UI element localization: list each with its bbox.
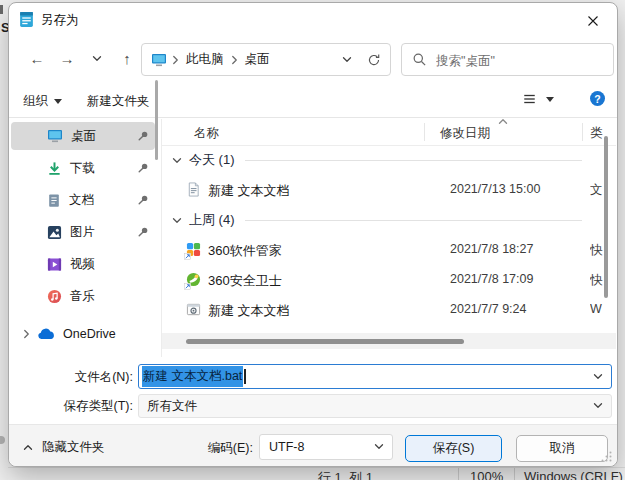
search-box bbox=[401, 43, 614, 76]
forward-button[interactable]: → bbox=[52, 50, 82, 67]
file-date: 2021/7/7 9:24 bbox=[450, 302, 526, 316]
sidebar-scrollbar[interactable] bbox=[155, 80, 158, 160]
chevron-up-icon bbox=[23, 444, 33, 451]
file-list-area: 名称 修改日期 类 今天 (1)新建 文本文档2021/7/13 15:00文上… bbox=[161, 119, 616, 357]
toolbar: 组织 新建文件夹 ? bbox=[9, 85, 617, 118]
chevron-right-icon[interactable] bbox=[19, 329, 33, 339]
batch-icon bbox=[186, 302, 201, 317]
chevron-down-icon bbox=[172, 157, 182, 164]
horizontal-scrollbar-thumb[interactable] bbox=[186, 339, 464, 344]
file-group-header[interactable]: 今天 (1) bbox=[162, 145, 616, 175]
file-group-header[interactable]: 上周 (4) bbox=[162, 205, 616, 235]
caret-down-icon bbox=[54, 99, 62, 104]
file-name: 360软件管家 bbox=[208, 242, 282, 260]
horizontal-scrollbar-track bbox=[162, 333, 616, 349]
up-button[interactable]: ↑ bbox=[112, 50, 142, 67]
close-button[interactable] bbox=[577, 9, 609, 32]
filename-input[interactable]: 新建 文本文档.bat bbox=[138, 364, 612, 389]
search-input[interactable] bbox=[434, 44, 608, 77]
caret-down-icon bbox=[546, 97, 554, 102]
back-button[interactable]: ← bbox=[22, 50, 52, 67]
videos-icon bbox=[47, 257, 62, 272]
group-rule bbox=[245, 220, 583, 221]
notepad-status-bar: 行 1, 列 1100%Windows (CRLF) bbox=[8, 467, 625, 480]
group-label: 上周 (4) bbox=[189, 211, 235, 229]
nav-buttons: ← → ↑ bbox=[22, 50, 142, 67]
hide-folders-button[interactable]: 隐藏文件夹 bbox=[23, 439, 105, 456]
notepad-icon bbox=[18, 11, 35, 28]
encoding-label: 编码(E): bbox=[129, 440, 253, 457]
file-type: W bbox=[590, 302, 607, 316]
sidebar-item-label: 视频 bbox=[70, 256, 95, 273]
savetype-dropdown[interactable]: 所有文件 bbox=[138, 394, 612, 418]
cancel-button[interactable]: 取消 bbox=[516, 435, 608, 462]
list-view-icon bbox=[522, 92, 537, 106]
file-date: 2021/7/13 15:00 bbox=[450, 182, 540, 196]
sort-ascending-icon bbox=[498, 119, 508, 125]
refresh-icon[interactable] bbox=[367, 53, 381, 67]
view-options-button[interactable] bbox=[522, 92, 554, 106]
sidebar-item-label: 下载 bbox=[70, 160, 95, 177]
sidebar-item-videos[interactable]: 视频 bbox=[11, 250, 155, 278]
vertical-scrollbar[interactable] bbox=[604, 136, 608, 298]
downloads-icon bbox=[47, 161, 62, 176]
pin-icon[interactable] bbox=[137, 194, 149, 206]
organize-button[interactable]: 组织 bbox=[23, 93, 62, 110]
address-bar[interactable]: 此电脑桌面 bbox=[141, 43, 391, 76]
textdoc-icon bbox=[186, 182, 201, 197]
documents-icon bbox=[47, 193, 61, 208]
encoding-dropdown[interactable]: UTF-8 bbox=[259, 434, 393, 460]
dialog-footer: 隐藏文件夹 编码(E): UTF-8 保存(S) 取消 bbox=[9, 424, 617, 466]
chevron-down-icon[interactable] bbox=[593, 373, 603, 380]
file-row[interactable]: 新建 文本文档2021/7/13 15:00文 bbox=[162, 175, 616, 205]
filename-label: 文件名(N): bbox=[9, 369, 133, 386]
recent-locations-button[interactable] bbox=[82, 55, 112, 62]
filename-selected-text: 新建 文本文档.bat bbox=[142, 366, 243, 387]
file-row[interactable]: 360软件管家2021/7/8 18:27快 bbox=[162, 235, 616, 265]
sidebar-item-downloads[interactable]: 下载 bbox=[11, 154, 155, 182]
help-button[interactable]: ? bbox=[590, 91, 605, 106]
close-icon bbox=[587, 15, 599, 27]
shortcut-arrow-icon bbox=[184, 283, 191, 290]
pin-icon[interactable] bbox=[137, 226, 149, 238]
sidebar-item-pictures[interactable]: 图片 bbox=[11, 218, 155, 246]
file-name: 新建 文本文档 bbox=[208, 302, 290, 320]
save-button[interactable]: 保存(S) bbox=[405, 435, 502, 462]
file-row[interactable]: 360安全卫士2021/7/8 17:09快 bbox=[162, 265, 616, 295]
column-header-date[interactable]: 修改日期 bbox=[440, 125, 490, 142]
statusbar-divider bbox=[458, 468, 459, 480]
chevron-right-icon bbox=[172, 55, 179, 65]
pc-icon bbox=[151, 53, 167, 67]
sidebar-item-desktop[interactable]: 桌面 bbox=[11, 122, 155, 150]
file-row[interactable]: 新建 文本文档2021/7/7 9:24W bbox=[162, 295, 616, 325]
titlebar: 另存为 bbox=[9, 3, 617, 37]
sidebar-item-documents[interactable]: 文档 bbox=[11, 186, 155, 214]
column-headers: 名称 修改日期 类 bbox=[162, 119, 616, 146]
pin-icon[interactable] bbox=[137, 162, 149, 174]
pictures-icon bbox=[47, 225, 62, 240]
sidebar-item-label: 文档 bbox=[69, 192, 94, 209]
sidebar-item-music[interactable]: 音乐 bbox=[11, 282, 155, 310]
breadcrumb-item[interactable]: 桌面 bbox=[245, 51, 270, 68]
new-folder-button[interactable]: 新建文件夹 bbox=[87, 93, 150, 110]
statusbar-text: 100% bbox=[470, 469, 503, 480]
address-history-button[interactable] bbox=[342, 56, 352, 63]
chevron-down-icon bbox=[593, 402, 603, 409]
column-header-name[interactable]: 名称 bbox=[194, 125, 219, 142]
resize-grip[interactable] bbox=[601, 451, 612, 462]
savetype-value: 所有文件 bbox=[147, 398, 197, 415]
column-divider bbox=[424, 123, 425, 141]
pin-icon[interactable] bbox=[137, 130, 149, 142]
statusbar-text: 行 1, 列 1 bbox=[318, 469, 373, 480]
breadcrumb-item[interactable]: 此电脑 bbox=[186, 51, 224, 68]
encoding-value: UTF-8 bbox=[269, 440, 304, 454]
savetype-label: 保存类型(T): bbox=[9, 398, 133, 415]
toolbar-divider bbox=[9, 117, 617, 118]
sidebar: 桌面下载文档图片视频音乐OneDrive bbox=[9, 119, 161, 357]
sidebar-item-onedrive[interactable]: OneDrive bbox=[11, 320, 155, 348]
file-date: 2021/7/8 17:09 bbox=[450, 272, 533, 286]
onedrive-icon bbox=[37, 328, 55, 340]
shortcut-arrow-icon bbox=[184, 253, 191, 260]
file-name: 新建 文本文档 bbox=[208, 182, 290, 200]
sidebar-item-label: 音乐 bbox=[70, 288, 95, 305]
